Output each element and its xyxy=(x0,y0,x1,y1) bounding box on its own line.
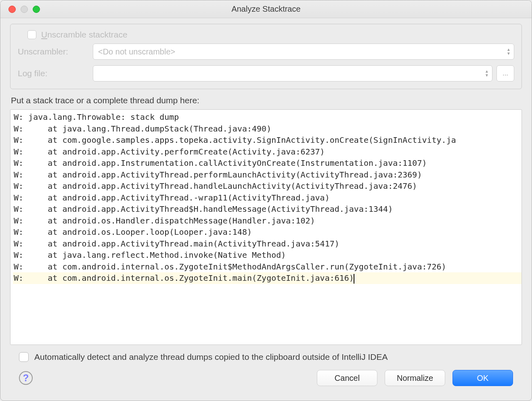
logfile-row: Log file: ▲▼ ... xyxy=(18,65,514,81)
stacktrace-line: W: at android.app.ActivityThread.-wrap11… xyxy=(13,192,522,204)
autodetect-row: Automatically detect and analyze thread … xyxy=(10,345,522,365)
window-traffic-lights xyxy=(0,6,40,13)
close-window-button[interactable] xyxy=(8,6,16,13)
unscrambler-row: Unscrambler: <Do not unscramble> ▲▼ xyxy=(18,44,514,60)
titlebar: Analyze Stacktrace xyxy=(0,0,532,18)
minimize-window-button xyxy=(21,6,28,13)
stacktrace-line: W: at com.android.internal.os.ZygoteInit… xyxy=(13,272,522,284)
unscrambler-label: Unscrambler: xyxy=(18,47,86,56)
help-button[interactable]: ? xyxy=(19,371,33,385)
stacktrace-line: W: at android.app.Instrumentation.callAc… xyxy=(13,157,522,169)
unscrambler-value: <Do not unscramble> xyxy=(98,47,175,56)
stacktrace-line: W: at android.app.ActivityThread$H.handl… xyxy=(13,203,522,215)
autodetect-checkbox[interactable] xyxy=(19,352,29,362)
options-panel: Unscramble stacktrace Unscrambler: <Do n… xyxy=(10,24,522,89)
unscramble-checkbox-row: Unscramble stacktrace xyxy=(18,30,514,40)
dialog-window: Analyze Stacktrace Unscramble stacktrace… xyxy=(0,0,532,401)
cancel-button-label: Cancel xyxy=(335,374,360,383)
stacktrace-line: W: at android.app.ActivityThread.handleL… xyxy=(13,180,522,192)
stacktrace-line: W: at android.os.Looper.loop(Looper.java… xyxy=(13,226,522,238)
logfile-field-wrap: ▲▼ ... xyxy=(93,65,514,81)
help-icon: ? xyxy=(23,372,29,384)
stacktrace-line: W: at com.google.samples.apps.topeka.act… xyxy=(13,134,522,146)
stacktrace-line: W: at android.os.Handler.dispatchMessage… xyxy=(13,215,522,227)
ok-button[interactable]: OK xyxy=(452,370,513,386)
dialog-content: Unscramble stacktrace Unscrambler: <Do n… xyxy=(0,18,532,401)
chevron-updown-icon: ▲▼ xyxy=(507,48,511,56)
text-caret xyxy=(354,274,354,284)
stacktrace-line: W: at com.android.internal.os.ZygoteInit… xyxy=(13,261,522,273)
stacktrace-prompt: Put a stack trace or a complete thread d… xyxy=(10,89,522,109)
stacktrace-line: W: at android.app.Activity.performCreate… xyxy=(13,146,522,158)
logfile-field[interactable]: ▲▼ xyxy=(93,65,492,81)
dialog-footer: ? Cancel Normalize OK xyxy=(10,365,522,395)
stacktrace-line: W: at java.lang.reflect.Method.invoke(Na… xyxy=(13,249,522,261)
cancel-button[interactable]: Cancel xyxy=(317,370,377,386)
unscrambler-select-wrap: <Do not unscramble> ▲▼ xyxy=(93,44,514,60)
unscramble-checkbox-label: Unscramble stacktrace xyxy=(41,30,128,40)
ellipsis-icon: ... xyxy=(503,69,508,77)
stacktrace-line: W: java.lang.Throwable: stack dump xyxy=(13,111,522,123)
stacktrace-line: W: at android.app.ActivityThread.main(Ac… xyxy=(13,238,522,250)
normalize-button[interactable]: Normalize xyxy=(385,370,445,386)
unscrambler-select[interactable]: <Do not unscramble> ▲▼ xyxy=(93,44,514,60)
stacktrace-line: W: at android.app.ActivityThread.perform… xyxy=(13,169,522,181)
logfile-label: Log file: xyxy=(18,69,86,78)
footer-buttons: Cancel Normalize OK xyxy=(317,370,513,386)
zoom-window-button[interactable] xyxy=(33,6,40,13)
stacktrace-line: W: at java.lang.Thread.dumpStack(Thread.… xyxy=(13,123,522,135)
autodetect-label: Automatically detect and analyze thread … xyxy=(34,352,388,362)
stacktrace-textarea[interactable]: W: java.lang.Throwable: stack dumpW: at … xyxy=(10,109,522,345)
logfile-browse-button[interactable]: ... xyxy=(496,65,514,81)
unscramble-checkbox[interactable] xyxy=(27,30,36,39)
ok-button-label: OK xyxy=(477,374,489,383)
window-title: Analyze Stacktrace xyxy=(231,4,300,14)
chevron-updown-icon: ▲▼ xyxy=(485,69,489,77)
normalize-button-label: Normalize xyxy=(397,374,433,383)
